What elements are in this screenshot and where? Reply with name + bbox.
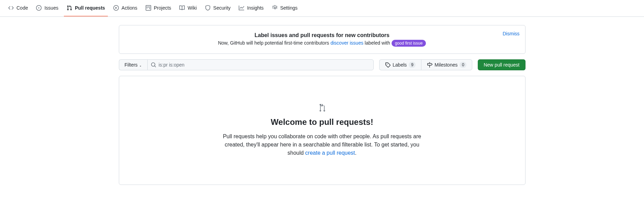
flash-text-before: Now, GitHub will help potential first-ti… [218, 40, 331, 46]
book-icon [179, 3, 185, 13]
milestones-button[interactable]: Milestones 0 [421, 59, 472, 70]
play-icon [113, 3, 119, 13]
labels-count: 9 [409, 62, 416, 68]
search-icon [151, 62, 156, 68]
repo-tabnav: Code Issues Pull requests Actions Projec… [0, 0, 644, 17]
tab-actions[interactable]: Actions [111, 0, 140, 16]
tab-security[interactable]: Security [202, 0, 234, 16]
tab-label: Settings [280, 3, 298, 13]
tab-issues[interactable]: Issues [33, 0, 61, 16]
tab-insights[interactable]: Insights [236, 0, 266, 16]
flash-subtitle: Now, GitHub will help potential first-ti… [125, 40, 520, 47]
new-pull-request-button[interactable]: New pull request [478, 59, 525, 70]
tag-icon [385, 62, 391, 68]
tab-label: Security [213, 3, 231, 13]
labels-milestones-group: Labels 9 Milestones 0 [379, 59, 472, 70]
blankslate-heading: Welcome to pull requests! [133, 117, 511, 127]
list-toolbar: Filters Labels 9 Milestones 0 New pull r… [119, 59, 526, 70]
tab-wiki[interactable]: Wiki [177, 0, 199, 16]
good-first-issue-pill: good first issue [392, 40, 426, 47]
search-input[interactable] [147, 59, 374, 70]
filters-button[interactable]: Filters [119, 59, 147, 70]
graph-icon [239, 3, 244, 13]
labels-button[interactable]: Labels 9 [379, 59, 421, 70]
shield-icon [205, 3, 211, 13]
git-pull-request-icon [67, 3, 72, 13]
git-pull-request-icon [318, 104, 326, 112]
tab-label: Issues [44, 3, 58, 13]
tab-code[interactable]: Code [5, 0, 31, 16]
blankslate-body: Pull requests help you collaborate on co… [223, 132, 422, 157]
dismiss-button[interactable]: Dismiss [503, 31, 520, 36]
discover-issues-link[interactable]: discover issues [330, 40, 363, 46]
filter-group: Filters [119, 59, 374, 70]
project-icon [146, 3, 151, 13]
caret-down-icon [139, 62, 142, 68]
labels-text: Labels [393, 62, 407, 68]
tab-projects[interactable]: Projects [143, 0, 174, 16]
milestone-icon [427, 62, 432, 68]
tab-label: Code [16, 3, 28, 13]
blankslate: Welcome to pull requests! Pull requests … [119, 76, 526, 185]
tab-label: Actions [122, 3, 137, 13]
gear-icon [272, 3, 278, 13]
tab-label: Insights [247, 3, 263, 13]
main-container: Dismiss Label issues and pull requests f… [113, 17, 531, 199]
milestones-text: Milestones [434, 62, 457, 68]
tab-pull-requests[interactable]: Pull requests [64, 0, 108, 16]
code-icon [8, 3, 14, 13]
contributor-flash: Dismiss Label issues and pull requests f… [119, 25, 526, 54]
issue-opened-icon [36, 3, 42, 13]
flash-text-after: labeled with [363, 40, 392, 46]
body-after: . [355, 150, 357, 156]
filters-label: Filters [125, 62, 138, 68]
tab-label: Wiki [188, 3, 196, 13]
create-pull-request-link[interactable]: create a pull request [305, 150, 355, 156]
tab-label: Projects [154, 3, 171, 13]
flash-title: Label issues and pull requests for new c… [125, 32, 520, 38]
tab-label: Pull requests [75, 3, 105, 13]
tab-settings[interactable]: Settings [269, 0, 301, 16]
search-wrap [147, 59, 374, 70]
milestones-count: 0 [460, 62, 466, 68]
